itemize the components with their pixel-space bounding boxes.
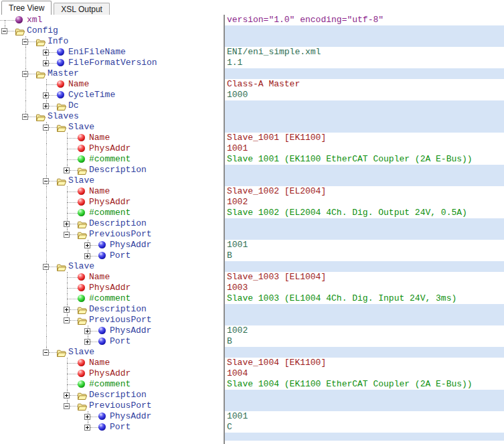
value-row[interactable] xyxy=(225,25,504,36)
value-row[interactable] xyxy=(225,218,504,229)
tree-node-physaddr-row[interactable]: PhysAddr xyxy=(0,143,224,154)
tree-node-label[interactable]: Port xyxy=(110,336,131,347)
value-row[interactable] xyxy=(225,315,504,325)
expand-toggle-icon[interactable] xyxy=(84,425,90,431)
value-row[interactable] xyxy=(225,390,504,400)
tree-node-label[interactable]: PhysAddr xyxy=(89,197,131,208)
tree-node-port-row[interactable]: Port xyxy=(0,250,224,261)
tree-node-name-row[interactable]: Name xyxy=(0,79,224,90)
tree-node-label[interactable]: PhysAddr xyxy=(110,411,151,422)
value-row[interactable]: 1000 xyxy=(225,90,504,100)
tree-node-physaddr-row[interactable]: PhysAddr xyxy=(0,368,224,379)
value-row[interactable]: Slave_1004 [EK1100] xyxy=(225,358,504,368)
value-row[interactable]: Slave_1003 [EL1004] xyxy=(225,272,504,283)
tree-node-label[interactable]: Port xyxy=(110,250,131,261)
tree-node-info-row[interactable]: Info xyxy=(0,36,224,47)
tree-node-config-row[interactable]: Config xyxy=(0,25,224,36)
expand-toggle-icon[interactable] xyxy=(64,392,70,398)
tree-node-cycletime-row[interactable]: CycleTime xyxy=(0,90,224,100)
collapse-toggle-icon[interactable] xyxy=(43,178,49,184)
value-row[interactable] xyxy=(225,400,504,411)
tree-node-label[interactable]: FileFormatVersion xyxy=(68,58,157,68)
tree-node-label[interactable]: Name xyxy=(89,133,110,143)
tree-node-previousport-row[interactable]: PreviousPort xyxy=(0,315,224,325)
tree-node-label[interactable]: #comment xyxy=(89,293,131,304)
tree-node-label[interactable]: Port xyxy=(110,422,131,433)
tree-node-label[interactable]: PhysAddr xyxy=(89,368,131,379)
value-row[interactable]: 1002 xyxy=(225,197,504,208)
tree-node-comment-row[interactable]: #comment xyxy=(0,379,224,390)
value-row[interactable]: Slave 1002 (EL2004 4Ch. Dig. Output 24V,… xyxy=(225,208,504,218)
tree-node-comment-row[interactable]: #comment xyxy=(0,154,224,165)
value-row[interactable]: Slave 1004 (EK1100 EtherCAT Coupler (2A … xyxy=(225,379,504,390)
tree-node-label[interactable]: Name xyxy=(89,272,110,283)
value-row[interactable]: Slave_1002 [EL2004] xyxy=(225,186,504,197)
tree-node-label[interactable]: Description xyxy=(89,390,147,400)
tree-node-slave-row[interactable]: Slave xyxy=(0,347,224,358)
collapse-toggle-icon[interactable] xyxy=(22,71,28,77)
expand-toggle-icon[interactable] xyxy=(64,167,70,173)
value-row[interactable]: B xyxy=(225,336,504,347)
value-row[interactable]: 1001 xyxy=(225,143,504,154)
tree-node-label[interactable]: Info xyxy=(48,36,68,47)
expand-toggle-icon[interactable] xyxy=(64,307,70,313)
value-row[interactable]: C xyxy=(225,422,504,433)
tree-node-label[interactable]: Slave xyxy=(68,261,94,272)
tree-node-label[interactable]: Description xyxy=(89,218,147,229)
tab-xsl-output[interactable]: XSL Output xyxy=(54,3,110,15)
tree-node-description-row[interactable]: Description xyxy=(0,390,224,400)
value-row[interactable]: version="1.0" encoding="utf-8" xyxy=(225,15,504,25)
value-row[interactable]: 1004 xyxy=(225,368,504,379)
value-row[interactable]: ENI/eni_simple.xml xyxy=(225,47,504,58)
tree-node-label[interactable]: Slave xyxy=(68,175,94,186)
tree-node-physaddr-row[interactable]: PhysAddr xyxy=(0,240,224,250)
tree-node-port-row[interactable]: Port xyxy=(0,422,224,433)
value-row[interactable] xyxy=(225,229,504,240)
tree-node-label[interactable]: PhysAddr xyxy=(89,143,131,154)
tree-node-label[interactable]: PhysAddr xyxy=(110,240,151,250)
tree-node-slave-row[interactable]: Slave xyxy=(0,175,224,186)
tree-node-slave-row[interactable]: Slave xyxy=(0,122,224,133)
value-row[interactable] xyxy=(225,261,504,272)
tree-node-name-row[interactable]: Name xyxy=(0,272,224,283)
collapse-toggle-icon[interactable] xyxy=(22,39,28,45)
expand-toggle-icon[interactable] xyxy=(64,221,70,227)
tree-node-label[interactable]: #comment xyxy=(89,379,131,390)
tree-node-label[interactable]: PreviousPort xyxy=(89,400,152,411)
value-row[interactable]: Slave 1001 (EK1100 EtherCAT Coupler (2A … xyxy=(225,154,504,165)
value-row[interactable]: 1003 xyxy=(225,283,504,293)
collapse-toggle-icon[interactable] xyxy=(64,403,70,409)
tree-node-label[interactable]: Name xyxy=(68,79,89,90)
tree-node-label[interactable]: Description xyxy=(89,165,147,175)
value-row[interactable] xyxy=(225,165,504,175)
tree-node-label[interactable]: Slave xyxy=(68,347,94,358)
value-row[interactable] xyxy=(225,122,504,133)
expand-toggle-icon[interactable] xyxy=(43,60,49,66)
tree-node-enifilename-row[interactable]: EniFileName xyxy=(0,47,224,58)
tree-node-label[interactable]: #comment xyxy=(89,154,131,165)
tree-node-label[interactable]: Name xyxy=(89,358,110,368)
tree-node-label[interactable]: PhysAddr xyxy=(110,325,151,336)
tree-node-label[interactable]: Description xyxy=(89,304,147,315)
tree-node-port-row[interactable]: Port xyxy=(0,336,224,347)
value-row[interactable] xyxy=(225,175,504,186)
tree-node-physaddr-row[interactable]: PhysAddr xyxy=(0,325,224,336)
value-row[interactable]: Slave 1003 (EL1004 4Ch. Dig. Input 24V, … xyxy=(225,293,504,304)
tree-node-label[interactable]: xml xyxy=(27,15,42,25)
collapse-toggle-icon[interactable] xyxy=(1,28,7,34)
tree-node-previousport-row[interactable]: PreviousPort xyxy=(0,229,224,240)
tree-node-name-row[interactable]: Name xyxy=(0,358,224,368)
tree-node-label[interactable]: EniFileName xyxy=(68,47,126,58)
tree-node-name-row[interactable]: Name xyxy=(0,186,224,197)
tree-node-description-row[interactable]: Description xyxy=(0,218,224,229)
tree-node-label[interactable]: Slave xyxy=(68,122,94,133)
tree-node-xml-row[interactable]: xml xyxy=(0,15,224,25)
expand-toggle-icon[interactable] xyxy=(84,242,90,248)
value-row[interactable] xyxy=(225,304,504,315)
tree-node-label[interactable]: Name xyxy=(89,186,110,197)
expand-toggle-icon[interactable] xyxy=(43,92,49,98)
tree-node-label[interactable]: PhysAddr xyxy=(89,283,131,293)
value-row[interactable]: 1001 xyxy=(225,240,504,250)
tree-node-physaddr-row[interactable]: PhysAddr xyxy=(0,411,224,422)
tree-node-fileformatversion-row[interactable]: FileFormatVersion xyxy=(0,58,224,68)
